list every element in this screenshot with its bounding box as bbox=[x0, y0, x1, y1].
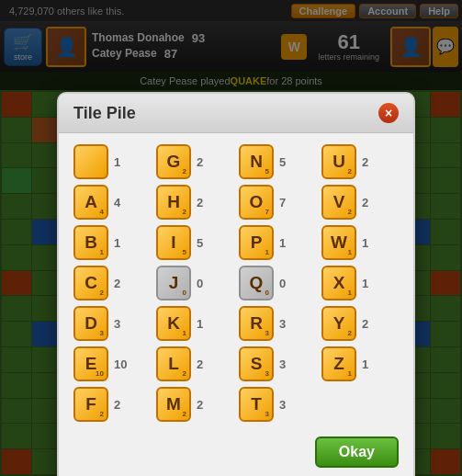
tile-P: 1P bbox=[239, 225, 274, 260]
tile-count: 2 bbox=[362, 155, 375, 169]
tile-letter: T bbox=[251, 394, 262, 414]
tile-letter: O bbox=[250, 192, 264, 212]
tile-points: 0 bbox=[183, 289, 186, 297]
tile-M: 2M bbox=[156, 387, 191, 422]
tile-entry: 2C2 bbox=[73, 266, 151, 300]
tile-F: 2F bbox=[73, 387, 108, 422]
tile-entry: 1Z1 bbox=[321, 346, 399, 381]
tile-letter: Q bbox=[250, 273, 264, 293]
tile-points: 1 bbox=[100, 248, 104, 256]
tile-count: 3 bbox=[279, 398, 292, 412]
tile-points: 5 bbox=[265, 167, 269, 176]
tile-G: 2G bbox=[156, 144, 191, 179]
tile-entry: 2V2 bbox=[321, 185, 399, 220]
tile-points: 3 bbox=[265, 369, 269, 378]
tile-letter: W bbox=[331, 232, 347, 253]
tile-entry: 7O7 bbox=[239, 185, 316, 220]
tile-entry: 1 bbox=[73, 144, 151, 179]
tile-points: 2 bbox=[183, 410, 186, 418]
tile-letter: B bbox=[85, 232, 97, 253]
tile-count: 1 bbox=[362, 236, 375, 250]
tile-entry: 5I5 bbox=[156, 225, 233, 260]
tile-entry: 3T3 bbox=[239, 387, 316, 422]
tile-D: 3D bbox=[73, 306, 108, 341]
tile-count: 7 bbox=[279, 196, 292, 210]
tile-count: 2 bbox=[114, 398, 127, 412]
tile-points: 2 bbox=[100, 289, 104, 297]
tile-Y: 2Y bbox=[321, 306, 356, 341]
tile-entry: 3D3 bbox=[73, 306, 151, 341]
tile-count: 2 bbox=[362, 196, 375, 210]
tile-count: 1 bbox=[362, 277, 375, 290]
tile-entry: 4A4 bbox=[73, 185, 151, 220]
tile-count: 3 bbox=[114, 317, 127, 331]
modal-close-button[interactable]: × bbox=[378, 103, 399, 123]
tile-letter: G bbox=[167, 152, 181, 172]
tile-Z: 1Z bbox=[321, 346, 356, 381]
tile-entry: 2M2 bbox=[156, 387, 233, 422]
tile-letter: J bbox=[169, 273, 179, 293]
tile-count: 3 bbox=[279, 317, 292, 331]
tile-entry: 2U2 bbox=[321, 144, 399, 179]
tile-entry: 1X1 bbox=[321, 266, 399, 300]
modal-title: Tile Pile bbox=[73, 104, 136, 123]
tile-K: 1K bbox=[156, 306, 191, 341]
tile-count: 0 bbox=[279, 277, 292, 290]
tile-grid: 12G25N52U24A42H27O72V21B15I51P11W12C20J0… bbox=[59, 133, 413, 433]
tile-points: 3 bbox=[265, 329, 269, 337]
tile-X: 1X bbox=[321, 266, 356, 300]
tile-count: 2 bbox=[114, 277, 127, 290]
tile-count: 1 bbox=[197, 317, 209, 331]
tile-U: 2U bbox=[321, 144, 356, 179]
tile-points: 1 bbox=[348, 248, 352, 256]
tile-letter: U bbox=[332, 152, 345, 172]
tile-count: 1 bbox=[114, 236, 127, 250]
tile-W: 1W bbox=[321, 225, 356, 260]
tile-blank bbox=[73, 144, 108, 179]
tile-entry: 2H2 bbox=[156, 185, 233, 220]
tile-H: 2H bbox=[156, 185, 191, 220]
tile-letter: N bbox=[250, 152, 263, 172]
tile-points: 1 bbox=[348, 289, 352, 297]
tile-entry: 3S3 bbox=[239, 346, 316, 381]
tile-count: 2 bbox=[197, 398, 209, 412]
tile-J: 0J bbox=[156, 266, 191, 300]
okay-button[interactable]: Okay bbox=[315, 436, 399, 468]
tile-letter: C bbox=[85, 273, 97, 293]
tile-letter: S bbox=[251, 354, 263, 374]
tile-points: 3 bbox=[265, 410, 269, 418]
tile-L: 2L bbox=[156, 346, 191, 381]
tile-letter: X bbox=[333, 273, 345, 293]
tile-count: 10 bbox=[114, 357, 127, 371]
tile-Q: 0Q bbox=[239, 266, 274, 300]
tile-entry: 0J0 bbox=[156, 266, 233, 300]
tile-count: 1 bbox=[362, 357, 375, 371]
okay-button-row: Okay bbox=[59, 433, 413, 468]
tile-letter: I bbox=[171, 232, 175, 253]
tile-letter: L bbox=[168, 354, 179, 374]
tile-entry: 5N5 bbox=[239, 144, 316, 179]
tile-letter: A bbox=[85, 192, 97, 212]
tile-A: 4A bbox=[73, 185, 108, 220]
tile-letter: Z bbox=[333, 354, 344, 374]
tile-points: 1 bbox=[265, 248, 269, 256]
tile-points: 2 bbox=[348, 167, 352, 176]
tile-points: 5 bbox=[183, 248, 186, 256]
tile-entry: 10E10 bbox=[73, 346, 151, 381]
tile-points: 1 bbox=[348, 369, 352, 378]
tile-count: 2 bbox=[362, 317, 375, 331]
tile-count: 1 bbox=[279, 236, 292, 250]
tile-count: 2 bbox=[197, 196, 209, 210]
tile-N: 5N bbox=[239, 144, 274, 179]
tile-points: 10 bbox=[96, 369, 104, 378]
tile-letter: Y bbox=[333, 313, 345, 334]
modal-header: Tile Pile × bbox=[59, 94, 413, 133]
tile-entry: 3R3 bbox=[239, 306, 316, 341]
tile-letter: M bbox=[166, 394, 181, 414]
tile-points: 3 bbox=[100, 329, 104, 337]
tile-entry: 2L2 bbox=[156, 346, 233, 381]
tile-count: 3 bbox=[279, 357, 292, 371]
tile-points: 2 bbox=[183, 208, 186, 216]
tile-points: 0 bbox=[265, 289, 269, 297]
tile-points: 4 bbox=[100, 208, 104, 216]
